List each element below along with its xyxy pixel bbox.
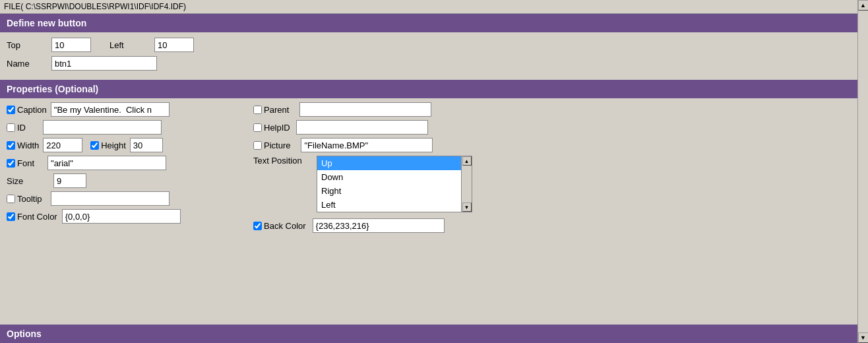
helpid-checkbox[interactable] <box>253 123 262 132</box>
right-column: Parent HelpID Picture <box>253 102 861 233</box>
options-label: Options <box>7 328 42 339</box>
name-label: Name <box>7 59 46 69</box>
helpid-checkbox-label[interactable]: HelpID <box>253 123 290 133</box>
parent-label: Parent <box>264 105 289 115</box>
width-height-row: Width Height <box>7 138 251 152</box>
font-checkbox[interactable] <box>7 159 15 168</box>
font-color-input[interactable] <box>62 209 181 224</box>
text-position-list-container: Up Down Right Left ▲ ▼ <box>317 156 472 212</box>
define-new-button-header: Define new button <box>0 14 868 32</box>
helpid-input[interactable] <box>296 120 428 135</box>
top-input[interactable] <box>51 38 91 52</box>
font-color-checkbox[interactable] <box>7 212 15 221</box>
text-position-list[interactable]: Up Down Right Left <box>317 156 462 212</box>
parent-row: Parent <box>253 102 861 117</box>
id-input[interactable] <box>43 120 162 135</box>
main-scrollbar: ▲ ▼ <box>857 0 868 343</box>
top-left-row: Top Left <box>7 38 861 52</box>
picture-checkbox-label[interactable]: Picture <box>253 140 290 150</box>
scroll-down-btn[interactable]: ▼ <box>858 332 869 343</box>
helpid-label: HelpID <box>264 123 290 133</box>
width-checkbox-label[interactable]: Width <box>7 140 39 150</box>
size-input[interactable] <box>53 173 86 188</box>
properties-header: Properties (Optional) <box>0 80 868 98</box>
left-label: Left <box>109 40 149 50</box>
list-scroll-track <box>462 166 472 203</box>
tooltip-row: Tooltip <box>7 191 251 206</box>
size-row: Size <box>7 173 251 188</box>
properties-label: Properties (Optional) <box>7 84 98 94</box>
top-section: Top Left Name <box>0 32 868 80</box>
height-checkbox-label[interactable]: Height <box>90 140 126 150</box>
helpid-row: HelpID <box>253 120 861 135</box>
size-label: Size <box>7 176 49 186</box>
id-label: ID <box>17 123 26 133</box>
font-input[interactable] <box>47 156 166 170</box>
scroll-track <box>858 11 869 332</box>
caption-row: Caption <box>7 102 251 117</box>
width-input[interactable] <box>43 138 82 152</box>
list-item-left[interactable]: Left <box>317 198 461 212</box>
font-row: Font <box>7 156 251 170</box>
text-position-label: Text Position <box>253 156 313 166</box>
parent-checkbox-label[interactable]: Parent <box>253 105 289 115</box>
options-header: Options <box>0 325 868 343</box>
name-row: Name <box>7 56 861 71</box>
picture-input[interactable] <box>301 138 433 152</box>
top-label: Top <box>7 40 46 50</box>
tooltip-label: Tooltip <box>17 194 42 204</box>
parent-checkbox[interactable] <box>253 106 262 114</box>
id-checkbox-label[interactable]: ID <box>7 123 26 133</box>
define-new-button-label: Define new button <box>7 18 86 28</box>
picture-row: Picture <box>253 138 861 152</box>
tooltip-checkbox-label[interactable]: Tooltip <box>7 194 42 204</box>
tooltip-input[interactable] <box>51 191 170 206</box>
left-column: Caption ID Width <box>7 102 251 233</box>
id-row: ID <box>7 120 251 135</box>
width-checkbox[interactable] <box>7 141 15 150</box>
height-label: Height <box>101 140 126 150</box>
back-color-row: Back Color <box>253 218 861 233</box>
font-checkbox-label[interactable]: Font <box>7 158 34 168</box>
caption-input[interactable] <box>51 102 170 117</box>
font-label: Font <box>17 158 34 168</box>
back-color-input[interactable] <box>313 218 445 233</box>
height-checkbox[interactable] <box>90 141 99 150</box>
font-color-label: Font Color <box>17 212 57 222</box>
list-scrollbar: ▲ ▼ <box>462 156 472 212</box>
list-scroll-down-btn[interactable]: ▼ <box>462 203 472 212</box>
text-position-row: Text Position Up Down Right Left ▲ ▼ <box>253 156 861 212</box>
caption-checkbox-label[interactable]: Caption <box>7 105 47 115</box>
list-item-right[interactable]: Right <box>317 184 461 198</box>
caption-label: Caption <box>17 105 47 115</box>
main-container: FILE( C:\SSRPWI\DOUBLES\RPWI1\IDF\IDF4.I… <box>0 0 868 343</box>
scroll-up-btn[interactable]: ▲ <box>858 0 869 11</box>
left-input[interactable] <box>154 38 194 52</box>
width-label: Width <box>17 140 39 150</box>
title-text: FILE( C:\SSRPWI\DOUBLES\RPWI1\IDF\IDF4.I… <box>4 2 186 11</box>
title-bar: FILE( C:\SSRPWI\DOUBLES\RPWI1\IDF\IDF4.I… <box>0 0 868 14</box>
font-color-row: Font Color <box>7 209 251 224</box>
back-color-checkbox-label[interactable]: Back Color <box>253 221 306 231</box>
list-item-up[interactable]: Up <box>317 156 461 170</box>
back-color-checkbox[interactable] <box>253 222 262 230</box>
list-scroll-up-btn[interactable]: ▲ <box>462 156 472 166</box>
name-input[interactable] <box>51 56 157 71</box>
properties-grid: Caption ID Width <box>0 98 868 237</box>
picture-label: Picture <box>264 140 290 150</box>
tooltip-checkbox[interactable] <box>7 195 15 203</box>
picture-checkbox[interactable] <box>253 141 262 150</box>
id-checkbox[interactable] <box>7 123 15 132</box>
list-item-down[interactable]: Down <box>317 170 461 184</box>
caption-checkbox[interactable] <box>7 106 15 114</box>
font-color-checkbox-label[interactable]: Font Color <box>7 212 57 222</box>
parent-input[interactable] <box>299 102 431 117</box>
height-input[interactable] <box>130 138 163 152</box>
back-color-label: Back Color <box>264 221 306 231</box>
